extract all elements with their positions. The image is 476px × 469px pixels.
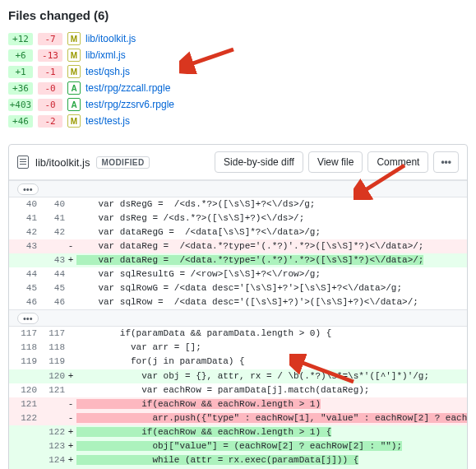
hunk-expand[interactable]: ••• [9,309,467,327]
change-type-badge: M [67,49,81,62]
code-content: var sqlRow = /<data desc='([\s\S]+?)'>([… [76,295,467,309]
old-line-number [9,253,37,267]
change-type-badge: M [67,114,81,128]
code-content: var dsReg = /<ds.*?>([\s\S]+?)<\/ds>/; [76,211,467,225]
new-line-number: 42 [37,225,65,239]
file-path-link[interactable]: test/test.js [85,115,130,127]
code-content: var sqlResultG = /<row>[\s\S]+?<\/row>/g… [76,267,467,281]
new-line-number: 118 [37,341,65,355]
code-line[interactable]: 4444 var sqlResultG = /<row>[\s\S]+?<\/r… [9,267,467,281]
code-line[interactable]: 122- arr.push({"type" : eachRow[1], "val… [9,411,468,425]
file-path-link[interactable]: lib/itoolkit.js [85,33,136,44]
new-line-number: 124 [37,453,65,467]
old-line-number: 121 [9,397,37,411]
code-content: for(j in paramData) { [76,355,468,369]
code-line[interactable]: 4040 var dsRegG = /<ds.*?>([\s\S]+?<\/ds… [9,197,467,211]
lines-removed-badge: -1 [38,66,62,78]
file-path-link[interactable]: test/rpg/zzcall.rpgle [85,82,170,94]
code-content: if(eachRow && eachRow.length > 1) { [76,425,468,439]
new-line-number [37,397,65,411]
old-line-number: 46 [9,295,37,309]
lines-removed-badge: -13 [38,49,62,62]
old-line-number [9,439,37,453]
new-line-number: 121 [37,383,65,397]
header: Files changed (6) [8,8,468,22]
old-line-number: 119 [9,355,37,369]
file-icon [17,156,29,169]
code-line[interactable]: 43- var dataReg = /<data.*?type='(.*?)'.… [9,239,467,253]
old-line-number: 45 [9,281,37,295]
more-actions-button[interactable]: ••• [433,151,459,173]
files-changed-count: (6) [94,8,109,22]
code-content: var dsRegG = /<ds.*?>([\s\S]+?<\/ds>/g; [76,197,467,211]
code-content: var dataReg = /<data.*?type='(.*?)'.*?>(… [76,253,467,267]
code-content: var dataRegG = /<data[\s\S]*?<\/data>/g; [76,225,467,239]
code-line[interactable]: 117117 if(paramData && paramData.length … [9,327,468,341]
new-line-number: 123 [37,439,65,453]
code-line[interactable]: 124+ while (attr = rx.exec(paramData[j])… [9,453,468,467]
code-line[interactable]: 119119 for(j in paramData) { [9,355,468,369]
diff-marker: + [65,369,76,383]
old-line-number: 117 [9,327,37,341]
code-line[interactable]: 120121 var eachRow = paramData[j].match(… [9,383,468,397]
file-summary-row: +12-7Mlib/itoolkit.js [8,30,468,47]
code-line[interactable]: 118118 var arr = []; [9,341,468,355]
code-line[interactable]: 122+ if(eachRow && eachRow.length > 1) { [9,425,468,439]
code-line[interactable]: 4545 var sqlRowG = /<data desc='[\s\S]+?… [9,281,467,295]
file-path-link[interactable]: lib/ixml.js [85,49,126,61]
new-line-number: 45 [37,281,65,295]
code-content: var dataReg = /<data.*?type='(.*?)'.*?>(… [76,239,467,253]
diff-file-path[interactable]: lib/itoolkit.js [35,156,90,169]
new-line-number: 44 [37,267,65,281]
lines-added-badge: +1 [8,66,33,78]
diff-marker [65,383,76,397]
new-line-number: 41 [37,211,65,225]
diff-marker: + [65,453,76,467]
code-content: var eachRow = paramData[j].match(dataReg… [76,383,468,397]
diff-marker [65,211,76,225]
new-line-number: 119 [37,355,65,369]
new-line-number [37,411,65,425]
code-line[interactable]: 4646 var sqlRow = /<data desc='([\s\S]+?… [9,295,467,309]
old-line-number [9,453,37,467]
old-line-number [9,425,37,439]
code-line[interactable]: 123+ obj["value"] = (eachRow[2] ? eachRo… [9,439,468,453]
lines-removed-badge: -7 [38,33,62,45]
diff-marker [65,267,76,281]
code-line[interactable]: 4141 var dsReg = /<ds.*?>([\s\S]+?)<\/ds… [9,211,467,225]
diff-marker [65,295,76,309]
code-line[interactable]: 120+ var obj = {}, attr, rx = / \b(.*?)\… [9,369,468,383]
file-path-link[interactable]: test/qsh.js [85,66,130,77]
old-line-number [9,369,37,383]
comment-button[interactable]: Comment [367,151,428,173]
file-summary-row: +6-13Mlib/ixml.js [8,47,468,63]
code-line[interactable]: 43+ var dataReg = /<data.*?type='(.*?)'.… [9,253,467,267]
code-line[interactable]: 4242 var dataRegG = /<data[\s\S]*?<\/dat… [9,225,467,239]
diff-actions: Side-by-side diff View file Comment ••• [215,151,459,173]
file-summary-row: +1-1Mtest/qsh.js [8,63,468,80]
new-line-number: 40 [37,197,65,211]
view-file-button[interactable]: View file [308,151,363,173]
new-line-number [37,239,65,253]
diff-marker: - [65,411,76,425]
old-line-number: 42 [9,225,37,239]
new-line-number: 43 [37,253,65,267]
diff-marker [65,355,76,369]
code-content: var sqlRowG = /<data desc='[\s\S]+?'>[\s… [76,281,467,295]
diff-marker: + [65,253,76,267]
code-content: if(eachRow && eachRow.length > 1) [76,397,468,411]
diff-hunk-1: 4040 var dsRegG = /<ds.*?>([\s\S]+?<\/ds… [9,197,467,309]
old-line-number: 118 [9,341,37,355]
side-by-side-button[interactable]: Side-by-side diff [215,151,303,173]
lines-added-badge: +12 [8,33,33,45]
old-line-number: 43 [9,239,37,253]
diff-marker [65,327,76,341]
code-line[interactable]: 121- if(eachRow && eachRow.length > 1) [9,397,468,411]
lines-added-badge: +403 [8,99,33,111]
old-line-number: 40 [9,197,37,211]
old-line-number: 44 [9,267,37,281]
code-content: while (attr = rx.exec(paramData[j])) { [76,453,468,467]
file-path-link[interactable]: test/rpg/zzsrv6.rpgle [85,99,174,110]
hunk-expand[interactable]: ••• [9,180,467,197]
modified-badge: MODIFIED [96,156,149,169]
